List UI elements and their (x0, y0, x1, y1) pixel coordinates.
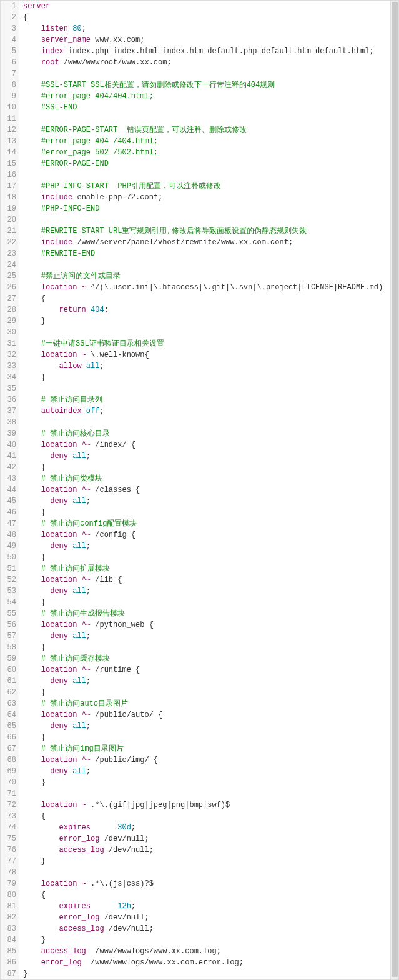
code-line[interactable]: 86 error_log /www/wwwlogs/www.xx.com.err… (1, 957, 398, 968)
code-line[interactable]: 15 #ERROR-PAGE-END (1, 158, 398, 169)
code-line[interactable]: 38 (1, 417, 398, 428)
code-content[interactable]: location ^~ /lib { (19, 574, 122, 586)
code-line[interactable]: 13 #error_page 404 /404.html; (1, 136, 398, 147)
code-content[interactable] (19, 259, 41, 271)
code-content[interactable]: } (19, 642, 46, 653)
code-content[interactable]: #PHP-INFO-START PHP引用配置，可以注释或修改 (19, 181, 221, 192)
code-content[interactable]: { (19, 889, 46, 901)
code-content[interactable]: #SSL-START SSL相关配置，请勿删除或修改下一行带注释的404规则 (19, 79, 275, 91)
vertical-scrollbar[interactable] (390, 1, 398, 979)
code-content[interactable]: #PHP-INFO-END (19, 203, 99, 214)
code-content[interactable]: autoindex off; (19, 406, 104, 417)
code-line[interactable]: 31 #一键申请SSL证书验证目录相关设置 (1, 338, 398, 349)
code-line[interactable]: 14 #error_page 502 /502.html; (1, 147, 398, 158)
code-line[interactable]: 50 } (1, 552, 398, 563)
code-content[interactable]: location ~ \.well-known{ (19, 349, 149, 361)
code-content[interactable]: location ~ .*\.(gif|jpg|jpeg|png|bmp|swf… (19, 799, 230, 811)
code-content[interactable]: return 404; (19, 304, 109, 316)
code-line[interactable]: 4 server_name www.xx.com; (1, 34, 398, 46)
code-content[interactable] (19, 113, 41, 124)
code-line[interactable]: 17 #PHP-INFO-START PHP引用配置，可以注释或修改 (1, 181, 398, 192)
code-line[interactable]: 10 #SSL-END (1, 102, 398, 113)
code-content[interactable]: deny all; (19, 496, 91, 507)
code-content[interactable]: #ERROR-PAGE-END (19, 158, 109, 169)
code-content[interactable]: deny all; (19, 766, 91, 777)
code-content[interactable]: access_log /dev/null; (19, 844, 154, 856)
code-content[interactable] (19, 327, 41, 338)
code-line[interactable]: 24 (1, 259, 398, 271)
code-content[interactable]: } (19, 687, 46, 698)
code-content[interactable]: deny all; (19, 631, 91, 642)
code-content[interactable]: #SSL-END (19, 102, 77, 113)
code-line[interactable]: 83 access_log /dev/null; (1, 923, 398, 934)
code-line[interactable]: 39 # 禁止访问核心目录 (1, 428, 398, 439)
code-line[interactable]: 21 #REWRITE-START URL重写规则引用,修改后将导致面板设置的伪… (1, 226, 398, 237)
code-line[interactable]: 74 expires 30d; (1, 822, 398, 833)
code-line[interactable]: 48 location ^~ /config { (1, 529, 398, 541)
code-content[interactable]: location ~ .*\.(js|css)?$ (19, 878, 154, 889)
code-content[interactable]: #禁止访问的文件或目录 (19, 271, 121, 282)
code-content[interactable] (19, 169, 41, 181)
code-line[interactable]: 29 } (1, 316, 398, 327)
code-content[interactable]: location ^~ /classes { (19, 484, 140, 496)
code-content[interactable]: access_log /www/wwwlogs/www.xx.com.log; (19, 946, 221, 957)
code-content[interactable] (19, 68, 41, 79)
code-content[interactable]: server (19, 1, 50, 12)
code-line[interactable]: 6 root /www/wwwroot/www.xx.com; (1, 57, 398, 68)
code-content[interactable]: # 禁止访问缓存模块 (19, 653, 110, 664)
code-content[interactable]: } (19, 507, 46, 518)
code-content[interactable]: location ^~ /python_web { (19, 619, 154, 631)
code-content[interactable]: include enable-php-72.conf; (19, 192, 162, 203)
code-line[interactable]: 35 (1, 383, 398, 394)
code-line[interactable]: 47 # 禁止访问config配置模块 (1, 518, 398, 529)
code-line[interactable]: 87} (1, 968, 398, 979)
code-line[interactable]: 12 #ERROR-PAGE-START 错误页配置，可以注释、删除或修改 (1, 124, 398, 136)
code-line[interactable]: 76 access_log /dev/null; (1, 844, 398, 856)
code-line[interactable]: 5 index index.php index.html index.htm d… (1, 46, 398, 57)
code-content[interactable]: #error_page 502 /502.html; (19, 147, 158, 158)
code-content[interactable]: error_log /www/wwwlogs/www.xx.com.error.… (19, 957, 244, 968)
code-content[interactable]: # 禁止访问类模块 (19, 473, 102, 484)
code-line[interactable]: 19 #PHP-INFO-END (1, 203, 398, 214)
code-line[interactable]: 42 } (1, 462, 398, 473)
code-content[interactable] (19, 383, 41, 394)
code-line[interactable]: 30 (1, 327, 398, 338)
code-line[interactable]: 81 expires 12h; (1, 901, 398, 912)
code-content[interactable]: root /www/wwwroot/www.xx.com; (19, 57, 172, 68)
code-line[interactable]: 11 (1, 113, 398, 124)
code-content[interactable]: } (19, 968, 27, 979)
scrollbar-thumb[interactable] (392, 2, 398, 977)
code-line[interactable]: 16 (1, 169, 398, 181)
code-line[interactable]: 55 # 禁止访问生成报告模块 (1, 608, 398, 619)
code-line[interactable]: 46 } (1, 507, 398, 518)
code-line[interactable]: 82 error_log /dev/null; (1, 912, 398, 923)
code-line[interactable]: 8 #SSL-START SSL相关配置，请勿删除或修改下一行带注释的404规则 (1, 79, 398, 91)
code-line[interactable]: 7 (1, 68, 398, 79)
code-content[interactable]: location ^~ /public/auto/ { (19, 709, 162, 721)
code-line[interactable]: 33 allow all; (1, 361, 398, 372)
code-line[interactable]: 26 location ~ ^/(\.user.ini|\.htaccess|\… (1, 282, 398, 293)
code-line[interactable]: 73 { (1, 811, 398, 822)
code-line[interactable]: 61 deny all; (1, 676, 398, 687)
code-content[interactable]: #REWRITE-END (19, 248, 95, 259)
code-content[interactable] (19, 214, 41, 226)
code-content[interactable]: allow all; (19, 361, 104, 372)
code-content[interactable]: #error_page 404/404.html; (19, 91, 154, 102)
code-content[interactable]: { (19, 811, 46, 822)
code-line[interactable]: 22 include /www/server/panel/vhost/rewri… (1, 237, 398, 248)
code-line[interactable]: 23 #REWRITE-END (1, 248, 398, 259)
code-content[interactable]: location ^~ /index/ { (19, 439, 135, 451)
code-line[interactable]: 52 location ^~ /lib { (1, 574, 398, 586)
code-line[interactable]: 18 include enable-php-72.conf; (1, 192, 398, 203)
code-line[interactable]: 41 deny all; (1, 451, 398, 462)
code-line[interactable]: 53 deny all; (1, 586, 398, 597)
code-content[interactable]: # 禁止访问扩展模块 (19, 563, 110, 574)
code-content[interactable]: } (19, 597, 46, 608)
code-line[interactable]: 51 # 禁止访问扩展模块 (1, 563, 398, 574)
code-line[interactable]: 68 location ^~ /public/img/ { (1, 754, 398, 766)
code-content[interactable] (19, 788, 41, 799)
code-line[interactable]: 60 location ^~ /runtime { (1, 664, 398, 676)
code-line[interactable]: 32 location ~ \.well-known{ (1, 349, 398, 361)
code-line[interactable]: 20 (1, 214, 398, 226)
code-content[interactable]: location ~ ^/(\.user.ini|\.htaccess|\.gi… (19, 282, 383, 293)
